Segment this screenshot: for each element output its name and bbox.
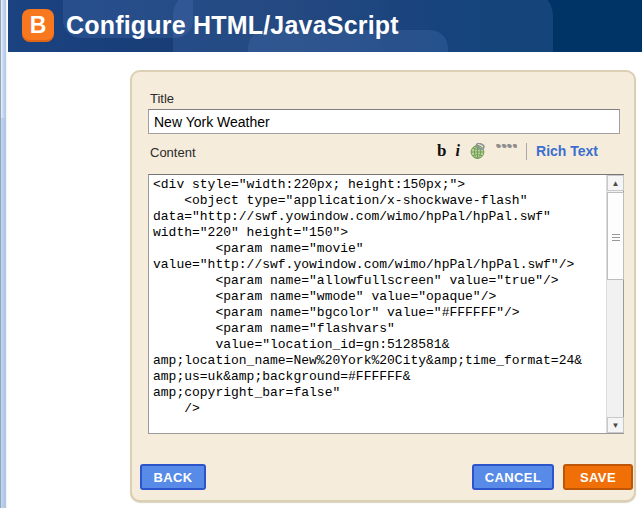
back-button[interactable]: BACK xyxy=(140,464,206,490)
content-scrollbar[interactable]: ▲ ▼ xyxy=(606,175,623,433)
dialog-header: B Configure HTML/JavaScript xyxy=(8,0,642,52)
blogger-logo-icon: B xyxy=(22,9,54,42)
dialog-title: Configure HTML/JavaScript xyxy=(66,11,399,40)
widget-config-panel: Title Content b i ““ Rich Text ▲ xyxy=(130,70,636,502)
scrollbar-thumb[interactable] xyxy=(607,192,624,280)
bold-icon[interactable]: b xyxy=(437,141,446,161)
rich-text-link[interactable]: Rich Text xyxy=(536,143,598,159)
content-field-label: Content xyxy=(150,145,196,160)
insert-link-globe-icon[interactable] xyxy=(469,143,486,160)
content-toolbar: b i ““ Rich Text xyxy=(437,140,598,162)
save-button[interactable]: SAVE xyxy=(563,464,633,490)
scrollbar-grip xyxy=(612,234,620,241)
configure-html-javascript-dialog: B Configure HTML/JavaScript Title Conten… xyxy=(0,0,642,508)
title-input[interactable] xyxy=(148,109,620,134)
scroll-down-icon[interactable]: ▼ xyxy=(607,417,624,433)
cancel-button[interactable]: CANCEL xyxy=(472,464,554,490)
window-frame-scroll-thumb xyxy=(1,118,6,508)
content-textarea[interactable] xyxy=(149,175,605,433)
scroll-up-icon[interactable]: ▲ xyxy=(607,175,624,191)
title-field-label: Title xyxy=(150,91,174,106)
italic-icon[interactable]: i xyxy=(456,142,460,160)
toolbar-separator xyxy=(526,143,527,160)
content-editor: ▲ ▼ xyxy=(148,174,624,434)
window-frame-edge xyxy=(0,0,8,508)
blockquote-icon[interactable]: ““ xyxy=(495,144,517,158)
